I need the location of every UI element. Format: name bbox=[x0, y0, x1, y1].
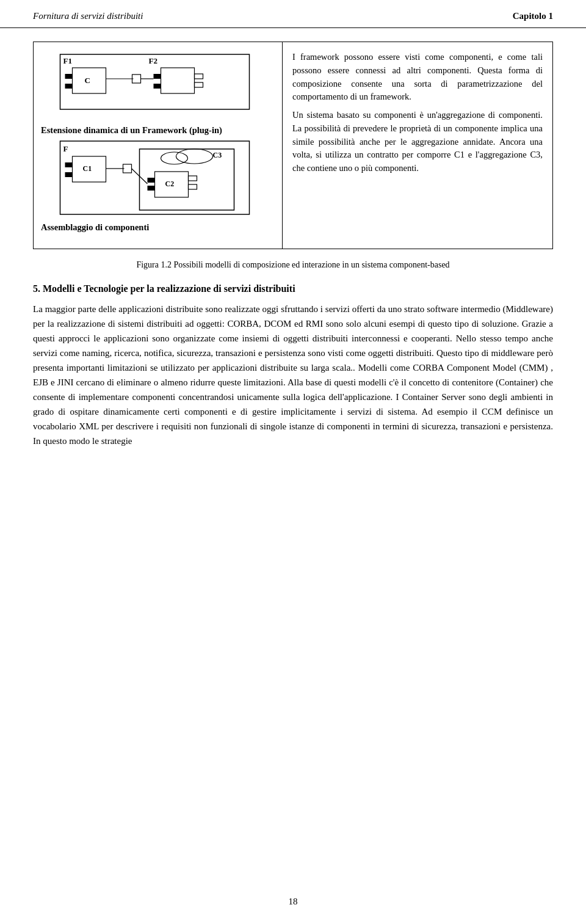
figure-right: I framework possono essere visti come co… bbox=[283, 42, 552, 249]
svg-text:C: C bbox=[85, 76, 90, 85]
svg-text:F2: F2 bbox=[149, 56, 157, 65]
svg-rect-6 bbox=[65, 84, 73, 89]
main-content: F1 F2 C bbox=[0, 42, 586, 448]
svg-rect-8 bbox=[132, 75, 141, 83]
figure-caption: Figura 1.2 Possibili modelli di composiz… bbox=[33, 260, 553, 270]
svg-rect-10 bbox=[154, 74, 161, 79]
page-number: 18 bbox=[289, 897, 298, 906]
section-heading: 5. Modelli e Tecnologie per la realizzaz… bbox=[33, 283, 553, 294]
section-number: 5. bbox=[33, 283, 40, 294]
svg-text:C2: C2 bbox=[165, 180, 175, 188]
diagram-top: F1 F2 C bbox=[41, 48, 275, 115]
header-title-left: Fornitura di servizi distribuiti bbox=[33, 11, 143, 21]
body-paragraph: La maggior parte delle applicazioni dist… bbox=[33, 302, 553, 448]
svg-text:C3: C3 bbox=[213, 151, 222, 159]
diagram-bottom: F C1 C3 C2 bbox=[41, 138, 275, 217]
svg-rect-19 bbox=[65, 162, 73, 167]
figure-label-top: Estensione dinamica di un Framework (plu… bbox=[41, 125, 222, 136]
figure-label-bottom: Assemblaggio di componenti bbox=[41, 222, 149, 233]
figure-box: F1 F2 C bbox=[33, 42, 553, 249]
svg-rect-9 bbox=[161, 68, 195, 93]
svg-rect-28 bbox=[148, 186, 155, 191]
svg-rect-12 bbox=[195, 74, 203, 79]
svg-text:F1: F1 bbox=[63, 56, 72, 65]
svg-text:F: F bbox=[63, 144, 68, 153]
page-footer: 18 bbox=[0, 897, 586, 907]
figure-right-text-1: I framework possono essere visti come co… bbox=[292, 51, 543, 104]
svg-rect-13 bbox=[195, 82, 203, 87]
svg-text:C1: C1 bbox=[83, 164, 92, 173]
page-header: Fornitura di servizi distribuiti Capitol… bbox=[0, 0, 586, 28]
svg-rect-22 bbox=[123, 164, 132, 173]
figure-left: F1 F2 C bbox=[34, 42, 283, 249]
svg-rect-20 bbox=[65, 172, 73, 177]
svg-rect-11 bbox=[154, 84, 161, 89]
svg-rect-27 bbox=[148, 178, 155, 183]
section-title: Modelli e Tecnologie per la realizzazion… bbox=[43, 283, 295, 294]
svg-rect-30 bbox=[189, 184, 197, 189]
header-title-right: Capitolo 1 bbox=[513, 11, 553, 21]
svg-point-31 bbox=[176, 149, 213, 164]
svg-rect-29 bbox=[189, 176, 197, 181]
figure-right-text-2: Un sistema basato su componenti è un'agg… bbox=[292, 109, 543, 175]
svg-point-32 bbox=[161, 152, 188, 164]
svg-rect-5 bbox=[65, 74, 73, 79]
